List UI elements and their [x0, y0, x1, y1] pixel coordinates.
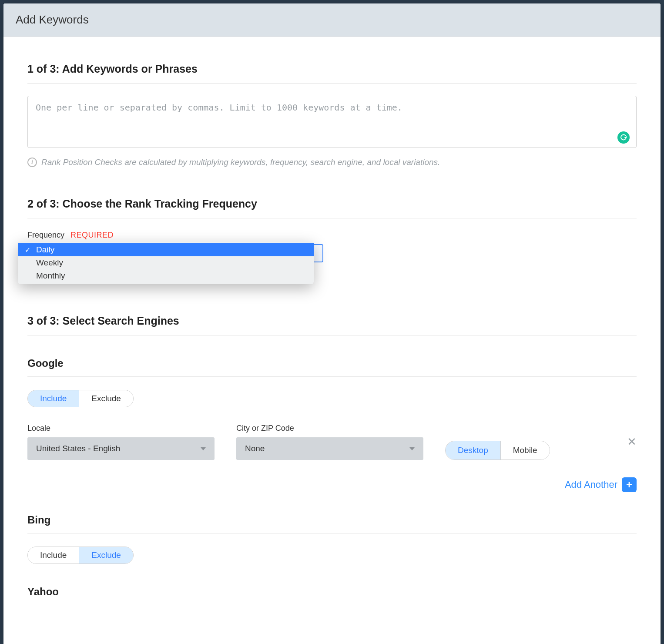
add-keywords-modal: Add Keywords 1 of 3: Add Keywords or Phr…: [3, 3, 661, 644]
frequency-dropdown: ✓ Daily Weekly Monthly: [18, 242, 314, 284]
frequency-option-label: Weekly: [36, 258, 309, 268]
locale-value: United States - English: [36, 444, 120, 453]
device-mobile-button[interactable]: Mobile: [500, 441, 550, 460]
locale-label: Locale: [27, 424, 215, 433]
modal-title: Add Keywords: [3, 3, 661, 37]
keywords-input[interactable]: [27, 96, 637, 148]
engine-yahoo: Yahoo: [27, 586, 637, 598]
chevron-down-icon: [201, 447, 206, 450]
google-include-exclude-toggle: Include Exclude: [27, 390, 134, 407]
city-value: None: [245, 444, 265, 453]
frequency-select-wrap: ✓ Daily Weekly Monthly: [27, 244, 637, 262]
add-another-row: Add Another +: [27, 477, 637, 492]
engine-google-heading: Google: [27, 357, 637, 377]
google-locale-row: Locale United States - English City or Z…: [27, 424, 637, 460]
step-3-heading: 3 of 3: Select Search Engines: [27, 315, 637, 335]
engine-yahoo-heading: Yahoo: [27, 586, 637, 598]
step-2-section: 2 of 3: Choose the Rank Tracking Frequen…: [27, 198, 637, 262]
frequency-option-label: Daily: [36, 245, 309, 255]
frequency-option-label: Monthly: [36, 271, 309, 281]
city-select[interactable]: None: [236, 437, 423, 460]
add-another-link[interactable]: Add Another: [565, 479, 617, 490]
engine-bing-heading: Bing: [27, 514, 637, 533]
google-device-toggle: Desktop Mobile: [445, 441, 550, 460]
info-icon: i: [27, 158, 37, 167]
modal-body: 1 of 3: Add Keywords or Phrases i Rank P…: [3, 37, 661, 644]
step-1-hint-row: i Rank Position Checks are calculated by…: [27, 158, 637, 167]
frequency-label: Frequency: [27, 231, 64, 240]
device-desktop-button[interactable]: Desktop: [446, 441, 500, 460]
engine-bing: Bing Include Exclude: [27, 514, 637, 564]
frequency-label-row: Frequency REQUIRED: [27, 231, 637, 240]
step-2-heading: 2 of 3: Choose the Rank Tracking Frequen…: [27, 198, 637, 218]
frequency-option-weekly[interactable]: Weekly: [18, 256, 314, 269]
keywords-textarea-wrap: [27, 96, 637, 150]
step-1-hint: Rank Position Checks are calculated by m…: [41, 158, 440, 167]
locale-select[interactable]: United States - English: [27, 437, 215, 460]
frequency-option-monthly[interactable]: Monthly: [18, 269, 314, 282]
step-1-heading: 1 of 3: Add Keywords or Phrases: [27, 63, 637, 84]
check-icon: ✓: [25, 246, 36, 254]
google-city-col: City or ZIP Code None: [236, 424, 423, 460]
city-label: City or ZIP Code: [236, 424, 423, 433]
chevron-down-icon: [409, 447, 415, 450]
step-1-section: 1 of 3: Add Keywords or Phrases i Rank P…: [27, 63, 637, 167]
step-3-section: 3 of 3: Select Search Engines: [27, 315, 637, 335]
google-device-col: Desktop Mobile: [445, 441, 550, 460]
google-include-button[interactable]: Include: [28, 390, 79, 407]
bing-include-button[interactable]: Include: [28, 547, 79, 564]
plus-icon[interactable]: +: [622, 477, 637, 492]
bing-exclude-button[interactable]: Exclude: [79, 547, 133, 564]
frequency-option-daily[interactable]: ✓ Daily: [18, 243, 314, 256]
required-badge: REQUIRED: [70, 231, 114, 240]
google-locale-col: Locale United States - English: [27, 424, 215, 460]
grammarly-icon[interactable]: [617, 131, 630, 144]
engine-google: Google Include Exclude Locale United Sta…: [27, 357, 637, 492]
bing-include-exclude-toggle: Include Exclude: [27, 547, 134, 564]
google-exclude-button[interactable]: Exclude: [79, 390, 133, 407]
remove-locale-button[interactable]: ✕: [627, 435, 637, 449]
